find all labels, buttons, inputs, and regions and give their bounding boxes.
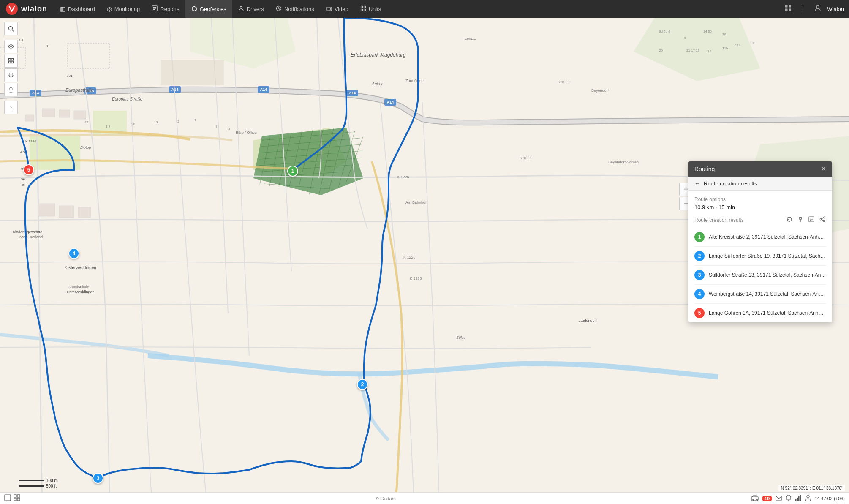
svg-text:3: 3	[228, 127, 230, 131]
svg-point-122	[10, 46, 12, 47]
waypoint-4-marker[interactable]: 4	[68, 248, 79, 259]
geofences-icon	[191, 5, 197, 13]
svg-text:20: 20	[659, 49, 663, 52]
svg-text:A14: A14	[349, 91, 356, 95]
nav-label-units: Units	[369, 6, 381, 12]
nav-item-video[interactable]: Video	[320, 0, 354, 18]
route-stop-list: 1 Alte Kreisstraße 2, 39171 Sülzetal, Sa…	[694, 228, 826, 322]
pin-btn[interactable]	[4, 83, 18, 96]
routing-back-label: Route creation results	[704, 180, 757, 187]
route-icon-pin[interactable]	[797, 215, 804, 224]
bell-icon[interactable]	[786, 495, 792, 502]
video-icon	[326, 5, 332, 12]
svg-text:A14: A14	[87, 89, 94, 93]
svg-text:K 1226: K 1226	[410, 276, 422, 281]
scale-bar: 100 m 500 ft	[19, 478, 58, 489]
route-stop-4[interactable]: 4 Weinbergstraße 14, 39171 Sülzetal, Sac…	[694, 285, 826, 304]
svg-rect-13	[364, 6, 365, 8]
app-logo[interactable]: wialon	[5, 2, 47, 16]
svg-text:1: 1	[194, 118, 196, 122]
route-stop-1[interactable]: 1 Alte Kreisstraße 2, 39171 Sülzetal, Sa…	[694, 228, 826, 247]
waypoint-1-marker[interactable]: 1	[287, 166, 298, 177]
svg-text:A14: A14	[260, 87, 267, 92]
dashboard-icon: ▦	[60, 5, 65, 12]
svg-point-135	[823, 217, 825, 218]
map-container[interactable]: A14 A14 A14 A14 A14 A14	[0, 18, 849, 504]
svg-text:Biotop: Biotop	[80, 145, 91, 150]
grid-icon[interactable]	[783, 3, 793, 15]
svg-text:Osterweddingen: Osterweddingen	[65, 265, 96, 270]
svg-line-39	[269, 134, 281, 186]
route-icon-refresh[interactable]	[786, 215, 793, 224]
waypoint-2-marker[interactable]: 2	[357, 379, 368, 390]
settings-btn[interactable]	[4, 68, 18, 82]
envelope-icon[interactable]	[776, 496, 782, 501]
stop-4-num: 4	[694, 289, 705, 299]
svg-rect-123	[9, 59, 11, 61]
svg-rect-141	[14, 495, 16, 497]
svg-point-137	[820, 218, 822, 220]
notifications-icon	[276, 5, 282, 13]
nav-item-dashboard[interactable]: ▦ Dashboard	[54, 0, 101, 18]
nav-item-reports[interactable]: Reports	[146, 0, 185, 18]
drivers-icon	[238, 5, 244, 13]
route-stop-3[interactable]: 3 Sülldorfer Straße 13, 39171 Sülzetal, …	[694, 266, 826, 285]
svg-rect-140	[5, 495, 11, 501]
nav-item-notifications[interactable]: Notifications	[270, 0, 320, 18]
route-icon-settings[interactable]	[808, 215, 815, 224]
scale-100m: 100 m	[46, 478, 58, 483]
map-toolbar: ›	[4, 22, 18, 114]
svg-line-33	[259, 151, 362, 159]
svg-rect-18	[785, 8, 788, 11]
nav-item-monitoring[interactable]: ◎ Monitoring	[101, 0, 146, 18]
status-bar-center: © Gurtam	[23, 496, 748, 501]
search-btn[interactable]	[4, 22, 18, 35]
nav-menu: ▦ Dashboard ◎ Monitoring Reports	[54, 0, 783, 18]
svg-text:...adendorf: ...adendorf	[579, 319, 597, 323]
person-status-icon[interactable]	[805, 495, 811, 502]
svg-rect-126	[11, 61, 14, 63]
svg-line-37	[264, 184, 334, 189]
svg-point-20	[816, 6, 819, 8]
svg-text:Anker: Anker	[371, 82, 383, 86]
svg-text:101: 101	[67, 74, 73, 78]
logo-text: wialon	[21, 5, 47, 14]
svg-rect-56	[346, 90, 358, 96]
routing-subheader[interactable]: ← Route creation results	[688, 177, 832, 191]
waypoint-3-marker[interactable]: 3	[93, 473, 103, 484]
svg-text:1: 1	[245, 128, 247, 132]
status-icon-grid2[interactable]	[14, 494, 20, 502]
svg-point-0	[6, 3, 18, 15]
waypoint-5-marker[interactable]: 5	[23, 164, 34, 175]
svg-rect-144	[17, 498, 20, 501]
signal-icon[interactable]	[795, 495, 802, 502]
layers-btn[interactable]	[4, 54, 18, 68]
routing-title: Routing	[694, 166, 715, 172]
nav-label-reports: Reports	[160, 6, 180, 12]
svg-rect-48	[30, 90, 41, 96]
nav-label-monitoring: Monitoring	[114, 6, 140, 12]
svg-text:Grundschule: Grundschule	[68, 285, 89, 289]
scale-500ft: 500 ft	[46, 484, 57, 488]
svg-rect-87	[38, 204, 55, 216]
route-stop-2[interactable]: 2 Lange Sülldorfer Straße 19, 39171 Sülz…	[694, 247, 826, 266]
nav-item-drivers[interactable]: Drivers	[232, 0, 270, 18]
svg-text:Osterweddingen: Osterweddingen	[67, 290, 95, 294]
route-stop-5[interactable]: 5 Lange Göhren 1A, 39171 Sülzetal, Sachs…	[694, 304, 826, 322]
nav-item-geofences[interactable]: Geofences	[185, 0, 232, 18]
eye-btn[interactable]	[4, 40, 18, 53]
status-bar-right: 19	[751, 495, 845, 502]
stop-2-text: Lange Sülldorfer Straße 19, 39171 Sülzet…	[709, 253, 826, 259]
stop-1-text: Alte Kreisstraße 2, 39171 Sülzetal, Sach…	[709, 234, 826, 240]
routing-close-btn[interactable]: ✕	[821, 166, 826, 172]
expand-btn[interactable]: ›	[4, 101, 18, 114]
svg-line-40	[279, 133, 291, 187]
svg-point-128	[10, 88, 12, 90]
svg-rect-124	[11, 59, 14, 61]
more-options-icon[interactable]: ⋮	[797, 3, 808, 15]
user-name[interactable]: Wialon	[827, 6, 844, 12]
status-icon-grid1[interactable]	[4, 494, 11, 502]
route-icon-share[interactable]	[819, 215, 826, 224]
nav-item-units[interactable]: Units	[354, 0, 387, 18]
user-icon[interactable]	[813, 3, 823, 15]
